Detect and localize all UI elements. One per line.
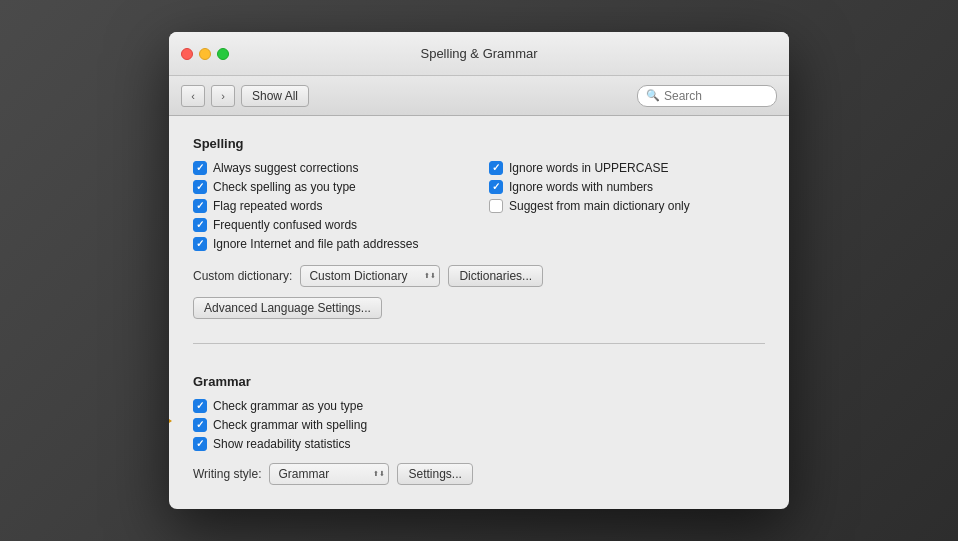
spelling-checkboxes-right: Ignore words in UPPERCASE Ignore words w… xyxy=(489,161,765,251)
checkbox-ignore-internet-label: Ignore Internet and file path addresses xyxy=(213,237,418,251)
custom-dict-row: Custom dictionary: Custom Dictionary Dic… xyxy=(193,265,765,287)
minimize-button[interactable] xyxy=(199,48,211,60)
checkbox-ignore-internet-input[interactable] xyxy=(193,237,207,251)
checkbox-flag-repeated: Flag repeated words xyxy=(193,199,469,213)
checkbox-main-dict-only-input[interactable] xyxy=(489,199,503,213)
grammar-section-title: Grammar xyxy=(193,374,765,389)
checkbox-frequently-confused: Frequently confused words xyxy=(193,218,469,232)
spelling-section-title: Spelling xyxy=(193,136,765,151)
checkbox-ignore-uppercase: Ignore words in UPPERCASE xyxy=(489,161,765,175)
section-divider xyxy=(193,343,765,344)
grammar-checkboxes: Check grammar as you type Check grammar … xyxy=(193,399,765,451)
writing-style-row: Writing style: Grammar Settings... xyxy=(193,463,765,485)
spelling-checkboxes-grid: Always suggest corrections Check spellin… xyxy=(193,161,765,251)
checkbox-always-suggest: Always suggest corrections xyxy=(193,161,469,175)
checkbox-ignore-uppercase-label: Ignore words in UPPERCASE xyxy=(509,161,668,175)
checkbox-check-as-type-label: Check spelling as you type xyxy=(213,180,356,194)
checkbox-show-readability-input[interactable] xyxy=(193,437,207,451)
toolbar: ‹ › Show All 🔍 xyxy=(169,76,789,116)
checkbox-ignore-internet: Ignore Internet and file path addresses xyxy=(193,237,469,251)
checkbox-main-dict-only-label: Suggest from main dictionary only xyxy=(509,199,690,213)
checkbox-show-readability: Show readability statistics xyxy=(193,437,765,451)
checkbox-frequently-confused-input[interactable] xyxy=(193,218,207,232)
writing-style-select[interactable]: Grammar xyxy=(269,463,389,485)
custom-dict-label: Custom dictionary: xyxy=(193,269,292,283)
adv-lang-row: Advanced Language Settings... xyxy=(193,297,765,331)
checkbox-check-grammar-spelling-input[interactable] xyxy=(193,418,207,432)
checkbox-ignore-numbers-label: Ignore words with numbers xyxy=(509,180,653,194)
checkbox-check-grammar-type-label: Check grammar as you type xyxy=(213,399,363,413)
checkbox-ignore-uppercase-input[interactable] xyxy=(489,161,503,175)
search-input[interactable] xyxy=(664,89,768,103)
title-bar: Spelling & Grammar xyxy=(169,32,789,76)
checkbox-ignore-numbers: Ignore words with numbers xyxy=(489,180,765,194)
checkbox-show-readability-label: Show readability statistics xyxy=(213,437,350,451)
writing-style-label: Writing style: xyxy=(193,467,261,481)
search-icon: 🔍 xyxy=(646,89,660,102)
search-box: 🔍 xyxy=(637,85,777,107)
traffic-lights xyxy=(181,48,229,60)
checkbox-flag-repeated-input[interactable] xyxy=(193,199,207,213)
checkbox-check-grammar-spelling: Check grammar with spelling xyxy=(193,418,765,432)
custom-dict-select-wrapper: Custom Dictionary xyxy=(300,265,440,287)
checkbox-main-dict-only: Suggest from main dictionary only xyxy=(489,199,765,213)
grammar-section: Grammar Check grammar as you type Check … xyxy=(193,356,765,485)
maximize-button[interactable] xyxy=(217,48,229,60)
settings-button[interactable]: Settings... xyxy=(397,463,472,485)
dictionaries-button[interactable]: Dictionaries... xyxy=(448,265,543,287)
spelling-checkboxes-left: Always suggest corrections Check spellin… xyxy=(193,161,469,251)
checkbox-always-suggest-input[interactable] xyxy=(193,161,207,175)
adv-lang-button[interactable]: Advanced Language Settings... xyxy=(193,297,382,319)
show-all-button[interactable]: Show All xyxy=(241,85,309,107)
checkbox-frequently-confused-label: Frequently confused words xyxy=(213,218,357,232)
writing-style-select-wrapper: Grammar xyxy=(269,463,389,485)
checkbox-always-suggest-label: Always suggest corrections xyxy=(213,161,358,175)
checkbox-check-grammar-type: Check grammar as you type xyxy=(193,399,765,413)
checkbox-ignore-numbers-input[interactable] xyxy=(489,180,503,194)
spelling-grammar-window: Spelling & Grammar ‹ › Show All 🔍 Spelli… xyxy=(169,32,789,509)
back-button[interactable]: ‹ xyxy=(181,85,205,107)
custom-dict-select[interactable]: Custom Dictionary xyxy=(300,265,440,287)
orange-arrow xyxy=(169,412,172,430)
forward-button[interactable]: › xyxy=(211,85,235,107)
arrow-head xyxy=(169,412,172,430)
window-title: Spelling & Grammar xyxy=(420,46,537,61)
checkbox-check-grammar-spelling-label: Check grammar with spelling xyxy=(213,418,367,432)
close-button[interactable] xyxy=(181,48,193,60)
checkbox-check-as-type: Check spelling as you type xyxy=(193,180,469,194)
checkbox-flag-repeated-label: Flag repeated words xyxy=(213,199,322,213)
checkbox-check-as-type-input[interactable] xyxy=(193,180,207,194)
checkbox-check-grammar-type-input[interactable] xyxy=(193,399,207,413)
content-area: Spelling Always suggest corrections Chec… xyxy=(169,116,789,509)
